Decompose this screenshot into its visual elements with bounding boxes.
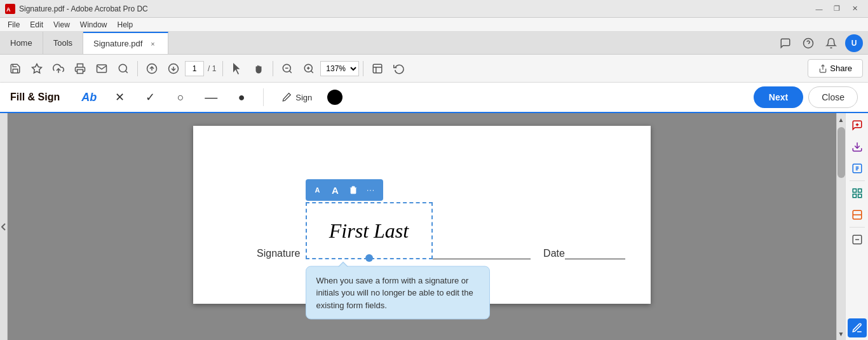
chat-icon[interactable] xyxy=(776,34,794,52)
menu-edit[interactable]: Edit xyxy=(25,19,48,31)
page-down-button[interactable] xyxy=(163,58,184,79)
sig-small-a-label: A xyxy=(315,186,320,194)
signature-toolbar: A A ··· xyxy=(306,179,383,201)
cross-icon: ✕ xyxy=(115,90,125,104)
circle-tool-button[interactable]: ○ xyxy=(169,86,192,109)
fit-page-button[interactable] xyxy=(367,58,388,79)
pdf-area: Signature A A ··· xyxy=(8,113,836,340)
sig-delete-button[interactable] xyxy=(345,182,362,198)
signature-box[interactable]: First Last xyxy=(306,202,433,259)
tab-file-label: Signature.pdf xyxy=(93,39,142,48)
print-button[interactable] xyxy=(70,58,90,79)
menu-bar: File Edit View Window Help xyxy=(0,18,868,32)
date-label: Date xyxy=(543,248,565,259)
window-controls: — ❐ ✕ xyxy=(811,3,863,15)
svg-rect-5 xyxy=(78,69,83,73)
zoom-in-button[interactable] xyxy=(299,58,319,79)
minimize-button[interactable]: — xyxy=(811,3,827,15)
sign-label: Sign xyxy=(295,93,312,102)
right-panel-scan[interactable] xyxy=(848,205,867,224)
tab-file[interactable]: Signature.pdf × xyxy=(83,32,168,54)
share-label: Share xyxy=(830,64,852,73)
color-picker[interactable] xyxy=(327,90,342,105)
dot-icon: ● xyxy=(238,91,245,104)
text-tool-button[interactable]: Ab xyxy=(78,86,100,109)
right-panel-redact[interactable] xyxy=(848,230,867,249)
svg-rect-28 xyxy=(853,189,856,192)
close-button[interactable]: Close xyxy=(808,86,858,108)
share-button[interactable]: Share xyxy=(808,59,863,78)
title-bar: A Signature.pdf - Adobe Acrobat Pro DC —… xyxy=(0,0,868,18)
rotate-button[interactable] xyxy=(389,58,409,79)
scrollbar[interactable]: ▲ ▼ xyxy=(836,113,845,340)
sig-more-button[interactable]: ··· xyxy=(363,182,379,198)
email-button[interactable] xyxy=(92,58,112,79)
nav-group: / 1 xyxy=(142,58,219,79)
right-panel-edit[interactable] xyxy=(848,159,867,178)
tab-bar-right: U xyxy=(776,32,868,54)
search-button[interactable] xyxy=(113,58,133,79)
sig-large-a-button[interactable]: A xyxy=(327,182,344,198)
svg-line-13 xyxy=(290,71,292,72)
scroll-down-button[interactable]: ▼ xyxy=(837,327,845,340)
save-button[interactable] xyxy=(5,58,25,79)
bookmark-button[interactable] xyxy=(27,58,47,79)
svg-line-7 xyxy=(125,71,127,72)
circle-icon: ○ xyxy=(177,91,184,104)
right-panel-pen[interactable] xyxy=(848,318,867,337)
date-line xyxy=(565,259,625,259)
right-panel-sep-1 xyxy=(850,180,865,181)
sign-button[interactable]: Sign xyxy=(274,88,320,107)
user-avatar[interactable]: U xyxy=(845,34,863,52)
next-button[interactable]: Next xyxy=(754,86,803,108)
tab-home-label: Home xyxy=(10,38,32,48)
sig-small-a-button[interactable]: A xyxy=(309,182,326,198)
tab-close-button[interactable]: × xyxy=(147,39,158,49)
toolbar: / 1 137% 100% 75% 50% Share xyxy=(0,55,868,83)
cross-tool-button[interactable]: ✕ xyxy=(108,86,131,109)
right-panel xyxy=(845,113,868,340)
check-tool-button[interactable]: ✓ xyxy=(139,86,161,109)
sig-more-label: ··· xyxy=(367,186,375,194)
help-icon[interactable] xyxy=(799,34,817,52)
scroll-up-button[interactable]: ▲ xyxy=(837,113,845,126)
pdf-page: Signature A A ··· xyxy=(193,126,651,304)
hand-tool[interactable] xyxy=(248,58,269,79)
cloud-button[interactable] xyxy=(48,58,69,79)
scroll-thumb[interactable] xyxy=(837,127,845,178)
signature-text: First Last xyxy=(329,219,409,243)
menu-file[interactable]: File xyxy=(3,19,25,31)
dot-tool-button[interactable]: ● xyxy=(230,86,253,109)
svg-rect-29 xyxy=(858,189,861,192)
svg-rect-19 xyxy=(374,64,383,73)
page-number-input[interactable] xyxy=(185,61,204,76)
zoom-select[interactable]: 137% 100% 75% 50% xyxy=(320,61,359,76)
maximize-button[interactable]: ❐ xyxy=(829,3,845,15)
fill-sign-bar: Fill & Sign Ab ✕ ✓ ○ — ● Sign Next Close xyxy=(0,83,868,113)
right-panel-add-comment[interactable] xyxy=(848,116,867,135)
menu-window[interactable]: Window xyxy=(75,19,112,31)
tab-tools[interactable]: Tools xyxy=(43,32,83,54)
page-total: / 1 xyxy=(208,64,216,73)
fs-separator xyxy=(263,88,264,106)
zoom-out-button[interactable] xyxy=(277,58,297,79)
menu-view[interactable]: View xyxy=(48,19,75,31)
right-panel-sep-2 xyxy=(850,227,865,228)
right-panel-export[interactable] xyxy=(848,137,867,156)
right-panel-organize[interactable] xyxy=(848,184,867,203)
svg-text:A: A xyxy=(6,6,11,12)
left-panel-toggle[interactable] xyxy=(0,113,8,340)
svg-rect-30 xyxy=(858,194,861,198)
close-button[interactable]: ✕ xyxy=(846,3,863,15)
line-tool-button[interactable]: — xyxy=(200,86,222,109)
select-tool[interactable] xyxy=(227,58,247,79)
signature-label: Signature xyxy=(257,248,301,259)
menu-help[interactable]: Help xyxy=(112,19,139,31)
signature-resize-handle[interactable] xyxy=(365,254,373,262)
signature-box-container: A A ··· First Last xyxy=(306,202,433,259)
notifications-icon[interactable] xyxy=(822,34,840,52)
fs-right-buttons: Next Close xyxy=(754,86,858,108)
separator-2 xyxy=(222,61,223,76)
page-up-button[interactable] xyxy=(142,58,162,79)
tab-home[interactable]: Home xyxy=(0,32,43,54)
